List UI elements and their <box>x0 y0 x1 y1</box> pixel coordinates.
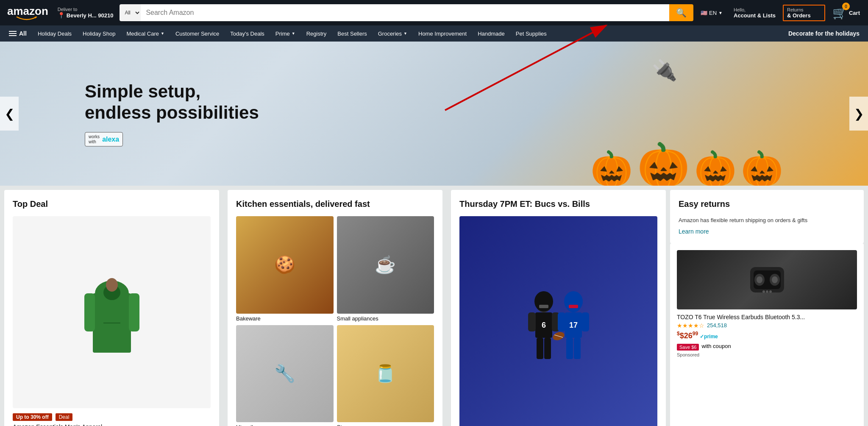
nav-item-prime[interactable]: Prime ▼ <box>271 27 300 41</box>
learn-more-link[interactable]: Learn more <box>679 228 855 235</box>
language-selector[interactable]: 🇺🇸 EN ▼ <box>697 8 726 18</box>
kitchen-item-appliances[interactable]: ☕ Small appliances <box>337 216 434 322</box>
save-badge: Save $6 <box>677 344 699 351</box>
nav-item-home-improvement[interactable]: Home Improvement <box>414 27 471 41</box>
hero-banner: ❮ Simple setup,endless possibilities wor… <box>0 42 868 186</box>
sports-title: Thursday 7PM ET: Bucs vs. Bills <box>459 198 657 209</box>
deal-badge-row: Up to 30% off Deal <box>13 413 211 421</box>
svg-point-31 <box>757 276 762 283</box>
bakeware-image: 🍪 <box>236 216 334 314</box>
returns-orders-box[interactable]: Returns & Orders <box>783 5 825 21</box>
sports-image: 6 17 <box>459 216 657 426</box>
alexa-logo: alexa <box>102 135 119 143</box>
secondary-navigation-bar: All Holiday Deals Holiday Shop Medical C… <box>0 25 868 42</box>
nav-item-todays-deals[interactable]: Today's Deals <box>225 27 269 41</box>
discount-badge: Up to 30% off <box>13 413 52 421</box>
hero-next-button[interactable]: ❯ <box>849 97 868 131</box>
kitchen-item-utensils[interactable]: 🔧 Utensils <box>236 325 334 426</box>
top-navigation-bar: amazon Deliver to 📍 Beverly H... 90210 A… <box>0 0 868 25</box>
appliances-label: Small appliances <box>337 315 434 322</box>
pumpkin-far-right-icon: 🎃 <box>741 152 783 186</box>
amazon-logo[interactable]: amazon <box>4 3 51 23</box>
hero-title: Simple setup,endless possibilities <box>85 81 259 124</box>
storage-image: 🫙 <box>337 325 434 423</box>
chevron-right-icon: ❯ <box>854 107 864 121</box>
orders-label: & Orders <box>787 12 821 19</box>
prime-logo: ✓prime <box>700 334 718 340</box>
sponsored-label: Sponsored <box>677 352 857 357</box>
kitchen-item-bakeware[interactable]: 🍪 Bakeware <box>236 216 334 322</box>
decorate-holidays-link[interactable]: Decorate for the holidays <box>784 27 864 40</box>
utensils-label: Utensils <box>236 424 334 426</box>
review-count: 254,518 <box>707 322 727 329</box>
map-pin-icon: 📍 <box>58 12 65 19</box>
star-rating: ★★★★☆ <box>677 322 704 329</box>
nav-item-pet-supplies[interactable]: Pet Supplies <box>511 27 551 41</box>
flag-icon: 🇺🇸 <box>701 10 707 16</box>
top-deal-title: Top Deal <box>13 198 211 209</box>
nav-item-groceries[interactable]: Groceries ▼ <box>373 27 412 41</box>
svg-point-7 <box>106 278 118 292</box>
svg-point-35 <box>766 290 768 293</box>
cart-box[interactable]: 🛒 0 Cart <box>829 4 864 22</box>
nav-item-customer-service[interactable]: Customer Service <box>171 27 224 41</box>
deliver-location: 📍 Beverly H... 90210 <box>58 12 114 19</box>
nav-item-registry[interactable]: Registry <box>302 27 331 41</box>
nav-item-handmade[interactable]: Handmade <box>473 27 509 41</box>
hero-prev-button[interactable]: ❮ <box>0 97 19 131</box>
cart-icon-wrapper: 🛒 0 <box>832 6 847 20</box>
all-menu-label: All <box>19 30 27 37</box>
svg-rect-10 <box>539 305 548 308</box>
easy-returns-title: Easy returns <box>679 198 855 209</box>
sports-card: Thursday 7PM ET: Bucs vs. Bills 6 <box>451 190 666 426</box>
coupon-row: Save $6 with coupon <box>677 342 857 351</box>
appliances-image: ☕ <box>337 216 434 314</box>
search-bar: All 🔍 <box>120 4 693 21</box>
chevron-down-icon: ▼ <box>292 31 295 36</box>
chevron-down-icon: ▼ <box>403 31 407 36</box>
svg-point-9 <box>534 291 553 312</box>
svg-rect-23 <box>581 312 589 331</box>
outlet-plug-decoration: 🔌 <box>652 58 677 82</box>
search-icon: 🔍 <box>676 8 687 17</box>
svg-point-36 <box>769 290 772 293</box>
hello-label: Hello, <box>734 7 776 12</box>
hamburger-icon <box>9 31 17 36</box>
all-menu-button[interactable]: All <box>4 26 31 41</box>
cards-section: Top Deal Up to 30% off Deal Amazon <box>0 186 868 426</box>
cart-count: 0 <box>842 3 850 10</box>
kitchen-item-storage[interactable]: 🫙 Storage <box>337 325 434 426</box>
search-category-select[interactable]: All <box>120 4 141 21</box>
product-name-label: TOZO T6 True Wireless Earbuds Bluetooth … <box>677 314 857 320</box>
price-row: $$2699 ✓prime <box>677 331 857 340</box>
chevron-down-icon: ▼ <box>718 11 723 15</box>
search-input[interactable] <box>141 4 669 21</box>
top-deal-card: Top Deal Up to 30% off Deal Amazon <box>4 190 219 426</box>
storage-label: Storage <box>337 424 434 426</box>
svg-rect-24 <box>566 338 573 359</box>
football-players-svg: 6 17 <box>520 281 597 366</box>
nav-item-best-sellers[interactable]: Best Sellers <box>333 27 371 41</box>
utensils-image: 🔧 <box>236 325 334 423</box>
alexa-works-with-badge: workswith alexa <box>85 132 123 146</box>
product-name: Amazon Essentials Men's Apparel <box>13 423 211 426</box>
nav-item-holiday-deals[interactable]: Holiday Deals <box>33 27 76 41</box>
green-hoodie-image <box>84 268 139 357</box>
works-with-text: workswith <box>89 134 100 144</box>
deliver-to-box[interactable]: Deliver to 📍 Beverly H... 90210 <box>55 5 117 21</box>
pumpkin-left-icon: 🎃 <box>590 152 633 186</box>
deliver-to-label: Deliver to <box>58 7 114 12</box>
amazon-smile-icon <box>16 16 37 21</box>
product-image-area <box>13 216 211 408</box>
account-links-label: Account & Lists <box>734 12 776 19</box>
search-button[interactable]: 🔍 <box>669 4 693 21</box>
price-main: $$2699 <box>677 331 698 340</box>
nav-item-medical-care[interactable]: Medical Care ▼ <box>122 27 169 41</box>
hero-decoration: 🎃 🎃 🎃 🎃 <box>590 143 783 186</box>
hero-content: Simple setup,endless possibilities works… <box>85 81 259 147</box>
rating-row: ★★★★☆ 254,518 <box>677 322 857 329</box>
earbuds-image <box>677 250 857 309</box>
svg-text:6: 6 <box>541 321 545 329</box>
account-box[interactable]: Hello, Account & Lists <box>730 5 779 21</box>
nav-item-holiday-shop[interactable]: Holiday Shop <box>78 27 120 41</box>
